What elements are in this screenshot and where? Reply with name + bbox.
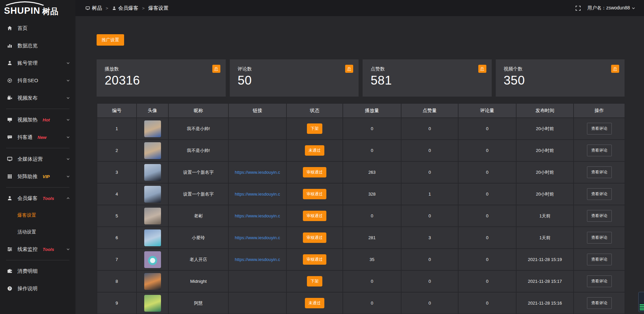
table-row: 1我不是小帅!下架00020小时前查看评论	[97, 118, 625, 140]
status-badge[interactable]: 未通过	[305, 145, 324, 156]
video-link[interactable]: https://www.iesdouyin.c	[229, 192, 286, 197]
stat-card-0: 播放数总20316	[97, 59, 226, 97]
chevron-down-icon	[66, 118, 70, 122]
cell-index: 8	[97, 271, 137, 293]
sidebar-item-tag: New	[38, 135, 47, 140]
cell-time: 20小时前	[517, 140, 574, 162]
column-header: 头像	[137, 104, 169, 118]
cell-nickname: 老人开店	[169, 249, 229, 271]
username-dropdown[interactable]: 用户名：zswodun88	[587, 5, 635, 11]
stat-total-badge: 总	[212, 65, 220, 73]
status-badge[interactable]: 下架	[307, 123, 322, 134]
sidebar-item-video-publish[interactable]: 视频发布	[0, 89, 75, 107]
sidebar-item-douketong[interactable]: 抖客通New	[0, 128, 75, 146]
sidebar-item-label: 矩阵助推	[17, 173, 38, 180]
sidebar-item-member-baoke[interactable]: 会员爆客Tools	[0, 190, 75, 207]
status-badge[interactable]: 审核通过	[303, 254, 326, 265]
breadcrumb-item-member-baoke[interactable]: 会员爆客	[112, 5, 139, 11]
sidebar-item-operation-guide[interactable]: ?操作说明	[0, 280, 75, 297]
sidebar-item-data-overview[interactable]: 数据总览	[0, 37, 75, 54]
stat-label: 评论数	[238, 66, 359, 72]
video-link[interactable]: https://www.iesdouyin.c	[229, 257, 286, 262]
video-link[interactable]: https://www.iesdouyin.c	[229, 235, 286, 240]
avatar	[144, 142, 161, 159]
status-badge[interactable]: 下架	[307, 276, 322, 286]
stat-total-badge: 总	[345, 65, 353, 73]
floating-widget[interactable]	[638, 292, 644, 312]
view-comments-button[interactable]: 查看评论	[587, 297, 612, 309]
view-comments-button[interactable]: 查看评论	[587, 210, 612, 222]
sidebar-item-matrix-boost[interactable]: 矩阵助推VIP	[0, 168, 75, 185]
view-comments-button[interactable]: 查看评论	[587, 254, 612, 265]
table-row: 3设置一个新名字https://www.iesdouyin.c审核通过26300…	[97, 162, 625, 184]
breadcrumb-separator: >	[142, 6, 145, 11]
view-comments-button[interactable]: 查看评论	[587, 166, 612, 178]
sidebar-item-video-heating[interactable]: 视频加热Hot	[0, 111, 75, 128]
sidebar-subitem-activity-settings[interactable]: 活动设置	[0, 224, 75, 241]
cell-action: 查看评论	[574, 118, 625, 140]
sidebar: SHUPIN 树品 首页数据总览账号管理抖音SEO视频发布视频加热Hot抖客通N…	[0, 0, 75, 314]
sidebar-subitem-baoke-settings[interactable]: 爆客设置	[0, 207, 75, 224]
cell-status: 未通过	[287, 140, 343, 162]
video-icon	[7, 95, 12, 101]
avatar	[144, 295, 161, 312]
sidebar-item-home[interactable]: 首页	[0, 19, 75, 37]
sidebar-item-douyin-seo[interactable]: 抖音SEO	[0, 72, 75, 89]
cell-action: 查看评论	[574, 184, 625, 205]
breadcrumb-item-shupin[interactable]: 树品	[86, 5, 102, 11]
sidebar-item-account-management[interactable]: 账号管理	[0, 54, 75, 72]
chat-icon	[7, 135, 12, 140]
chevron-down-icon	[66, 78, 70, 83]
chevron-down-icon	[66, 157, 70, 161]
table-row: 8Midnight下架0002021-11-28 15:17查看评论	[97, 271, 625, 293]
cell-time: 20小时前	[517, 184, 574, 205]
stat-label: 点赞数	[371, 66, 492, 72]
user-icon	[7, 196, 12, 201]
sidebar-item-label: 会员爆客	[17, 195, 38, 202]
cell-link	[229, 140, 287, 162]
breadcrumb-label: 会员爆客	[118, 5, 139, 11]
table-row: 9阿慧未通过0002021-11-28 15:16查看评论	[97, 293, 625, 314]
promo-settings-button[interactable]: 推广设置	[97, 34, 124, 46]
status-badge[interactable]: 审核通过	[303, 232, 326, 243]
menu-divider	[6, 260, 69, 260]
view-comments-button[interactable]: 查看评论	[587, 123, 612, 135]
app-logo[interactable]: SHUPIN 树品	[0, 0, 75, 16]
status-badge[interactable]: 未通过	[305, 298, 324, 308]
cell-status: 审核通过	[287, 227, 343, 249]
cell-link	[229, 293, 287, 314]
sidebar-item-label: 操作说明	[17, 285, 38, 292]
cell-avatar	[137, 227, 169, 249]
status-badge[interactable]: 审核通过	[303, 211, 326, 221]
bar-chart-icon	[7, 43, 12, 49]
logo-text-en: SHUPIN	[4, 6, 40, 15]
home-icon	[7, 25, 12, 31]
video-link[interactable]: https://www.iesdouyin.c	[229, 213, 286, 218]
cell-link	[229, 118, 287, 140]
breadcrumb-item-baoke-settings: 爆客设置	[148, 5, 168, 11]
cell-action: 查看评论	[574, 205, 625, 227]
sidebar-item-consume-detail[interactable]: 消费明细	[0, 262, 75, 280]
cell-status: 审核通过	[287, 249, 343, 271]
cell-comments: 0	[459, 249, 517, 271]
view-comments-button[interactable]: 查看评论	[587, 232, 612, 244]
stat-card-2: 点赞数总581	[363, 59, 492, 97]
view-comments-button[interactable]: 查看评论	[587, 145, 612, 156]
status-badge[interactable]: 审核通过	[303, 189, 326, 199]
view-comments-button[interactable]: 查看评论	[587, 275, 612, 287]
sidebar-item-media-operation[interactable]: 全媒体运营	[0, 150, 75, 168]
cell-status: 未通过	[287, 293, 343, 314]
cell-status: 审核通过	[287, 162, 343, 184]
topbar: 树品>会员爆客>爆客设置 用户名：zswodun88	[75, 0, 644, 16]
video-link[interactable]: https://www.iesdouyin.c	[229, 170, 286, 175]
monitor-icon	[7, 156, 12, 162]
cell-avatar	[137, 140, 169, 162]
status-badge[interactable]: 审核通过	[303, 167, 326, 177]
table-row: 5老彬https://www.iesdouyin.c审核通过0001天前查看评论	[97, 205, 625, 227]
column-header: 状态	[287, 104, 343, 118]
sidebar-item-clue-monitor[interactable]: 线索监控Tools	[0, 241, 75, 258]
view-comments-button[interactable]: 查看评论	[587, 188, 612, 200]
widget-bar	[640, 304, 644, 305]
sidebar-item-label: 数据总览	[17, 43, 38, 49]
fullscreen-icon[interactable]	[576, 6, 581, 11]
